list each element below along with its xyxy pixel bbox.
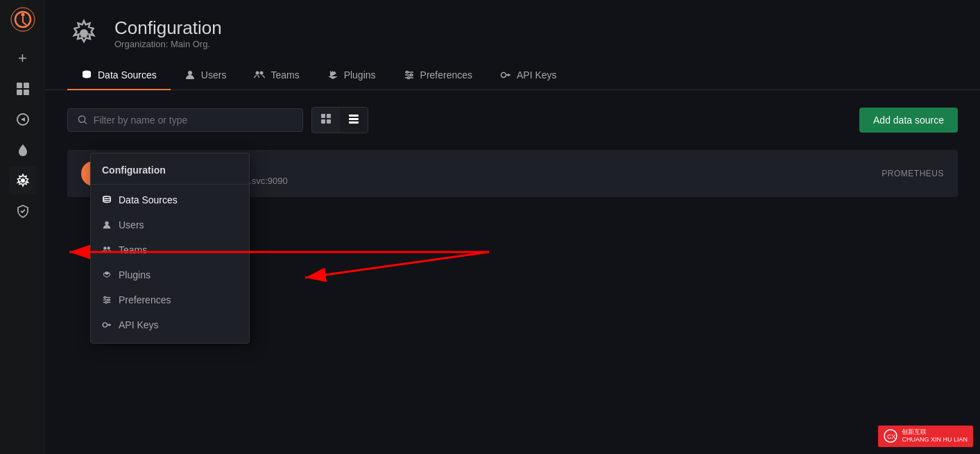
sidebar-item-alerting[interactable] <box>9 136 37 164</box>
search-input[interactable] <box>94 115 293 126</box>
tab-teams[interactable]: Teams <box>240 61 313 90</box>
context-teams-label: Teams <box>119 244 147 255</box>
context-item-data-sources[interactable]: Data Sources <box>91 187 249 212</box>
svg-rect-11 <box>22 154 24 155</box>
svg-rect-5 <box>17 83 22 88</box>
sidebar-item-configuration[interactable] <box>9 167 37 194</box>
svg-rect-6 <box>24 83 29 88</box>
data-sources-tab-icon <box>81 69 92 81</box>
svg-rect-7 <box>17 90 22 95</box>
users-tab-icon <box>184 69 196 81</box>
svg-line-26 <box>85 121 87 124</box>
grid-view-button[interactable] <box>312 108 340 133</box>
svg-rect-29 <box>321 119 325 124</box>
plugins-tab-icon <box>327 69 338 81</box>
tab-plugins-label: Plugins <box>344 69 376 81</box>
page-header: Configuration Organization: Main Org. <box>45 0 980 50</box>
tab-data-sources-label: Data Sources <box>98 69 157 81</box>
svg-rect-8 <box>24 90 29 95</box>
search-box[interactable] <box>67 108 303 132</box>
grafana-logo[interactable] <box>9 6 37 33</box>
svg-point-16 <box>256 72 259 75</box>
tab-teams-label: Teams <box>270 69 299 81</box>
svg-rect-33 <box>349 121 359 124</box>
teams-tab-icon <box>254 69 265 81</box>
svg-point-37 <box>107 246 110 249</box>
list-view-button[interactable] <box>340 108 368 133</box>
svg-point-36 <box>103 246 106 249</box>
svg-point-34 <box>103 196 111 199</box>
header-config-icon <box>67 17 101 50</box>
main-content: Configuration Organization: Main Org. Da… <box>45 0 980 454</box>
svg-marker-10 <box>21 117 25 121</box>
svg-point-17 <box>260 72 264 75</box>
sidebar-item-explore[interactable] <box>9 106 37 133</box>
svg-rect-32 <box>349 118 359 120</box>
context-plugins-icon <box>102 270 112 280</box>
add-data-source-button[interactable]: Add data source <box>859 108 958 133</box>
context-api-keys-label: API Keys <box>119 319 159 330</box>
watermark-text: 创新互联CHUANG XIN HU LIAN <box>902 428 968 444</box>
context-plugins-label: Plugins <box>119 269 151 280</box>
tab-plugins[interactable]: Plugins <box>313 61 390 90</box>
watermark: CX 创新互联CHUANG XIN HU LIAN <box>878 426 973 447</box>
svg-point-2 <box>21 13 24 17</box>
tab-users-label: Users <box>201 69 227 81</box>
sidebar-item-add[interactable]: + <box>9 44 37 72</box>
toolbar: Add data source <box>67 107 958 133</box>
context-teams-icon <box>102 245 112 255</box>
svg-point-41 <box>104 296 106 299</box>
page-subtitle: Organization: Main Org. <box>114 39 222 49</box>
svg-point-44 <box>103 323 107 327</box>
api-keys-tab-icon <box>500 69 511 81</box>
context-api-keys-icon <box>102 320 112 330</box>
header-text: Configuration Organization: Main Org. <box>114 17 222 49</box>
svg-point-42 <box>108 299 110 301</box>
tab-data-sources[interactable]: Data Sources <box>67 61 171 90</box>
svg-point-22 <box>410 74 412 76</box>
tab-api-keys[interactable]: API Keys <box>486 61 571 90</box>
context-menu: Configuration Data Sources Users Teams <box>90 153 250 344</box>
svg-rect-28 <box>327 114 331 118</box>
page-title: Configuration <box>114 17 222 39</box>
svg-point-23 <box>407 77 409 79</box>
watermark-logo: CX <box>884 429 897 443</box>
tab-preferences-label: Preferences <box>420 69 472 81</box>
context-preferences-icon <box>102 295 112 305</box>
context-item-preferences[interactable]: Preferences <box>91 287 249 312</box>
svg-point-24 <box>501 73 506 78</box>
preferences-tab-icon <box>404 69 415 81</box>
tabs-bar: Data Sources Users Teams Plug <box>45 61 980 90</box>
tab-users[interactable]: Users <box>171 61 241 90</box>
svg-point-15 <box>188 71 192 75</box>
context-data-sources-label: Data Sources <box>119 194 178 205</box>
tab-preferences[interactable]: Preferences <box>390 61 486 90</box>
svg-rect-31 <box>349 115 359 117</box>
context-item-teams[interactable]: Teams <box>91 237 249 262</box>
search-icon <box>78 115 88 126</box>
svg-point-21 <box>406 72 408 74</box>
svg-point-43 <box>105 301 108 303</box>
data-source-type: PROMETHEUS <box>882 169 944 178</box>
svg-point-25 <box>78 116 85 122</box>
svg-point-13 <box>80 29 88 37</box>
context-users-icon <box>102 220 112 230</box>
svg-point-35 <box>105 221 108 225</box>
sidebar-item-dashboards[interactable] <box>9 75 37 103</box>
tab-api-keys-label: API Keys <box>517 69 557 81</box>
sidebar-item-shield[interactable] <box>9 197 37 225</box>
context-preferences-label: Preferences <box>119 294 171 305</box>
context-users-label: Users <box>119 219 144 230</box>
view-toggle <box>311 107 368 133</box>
context-data-sources-icon <box>102 195 112 205</box>
svg-point-12 <box>21 178 25 183</box>
svg-rect-30 <box>327 119 331 124</box>
svg-rect-27 <box>321 114 325 118</box>
context-menu-title: Configuration <box>91 159 249 185</box>
context-item-users[interactable]: Users <box>91 212 249 237</box>
svg-text:CX: CX <box>887 433 896 440</box>
sidebar: + <box>0 0 45 454</box>
context-item-plugins[interactable]: Plugins <box>91 262 249 287</box>
context-item-api-keys[interactable]: API Keys <box>91 312 249 337</box>
